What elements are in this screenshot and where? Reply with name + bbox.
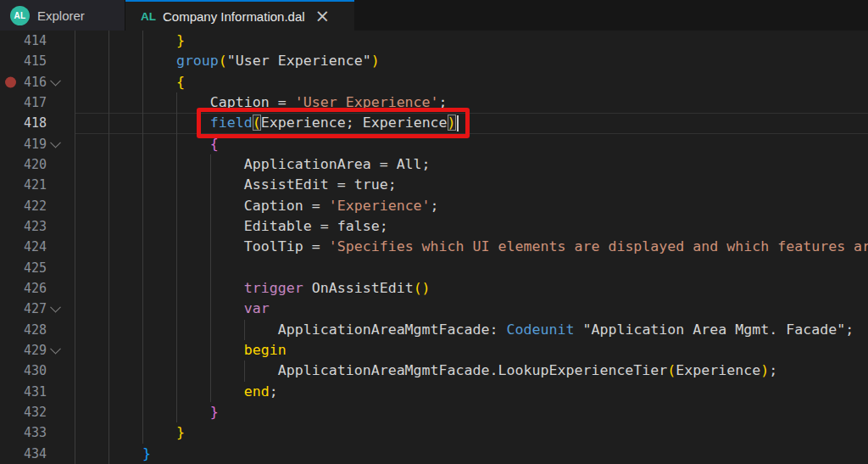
- code-line-429: 429 begin: [0, 340, 868, 361]
- code-content[interactable]: }: [75, 31, 868, 51]
- code-text: field(Experience; Experience): [75, 113, 459, 133]
- code-line-424: 424 ToolTip = 'Specifies which UI elemen…: [0, 237, 868, 257]
- code-content[interactable]: end;: [75, 382, 868, 402]
- line-number: 424: [0, 237, 47, 257]
- code-content[interactable]: AssistEdit = true;: [75, 175, 868, 195]
- code-content[interactable]: ToolTip = 'Specifies which UI elements a…: [75, 237, 868, 257]
- gutter-line-432[interactable]: 432: [0, 402, 75, 422]
- gutter-line-425[interactable]: 425: [0, 258, 75, 278]
- code-content[interactable]: begin: [75, 340, 868, 361]
- code-line-418: 418 field(Experience; Experience): [0, 113, 868, 133]
- gutter-line-424[interactable]: 424: [0, 237, 75, 257]
- code-line-426: 426 trigger OnAssistEdit(): [0, 278, 868, 299]
- fold-chevron-icon[interactable]: [50, 75, 61, 87]
- gutter-line-428[interactable]: 428: [0, 320, 75, 340]
- code-line-417: 417 Caption = 'User Experience';: [0, 92, 868, 113]
- gutter-line-420[interactable]: 420: [0, 154, 75, 175]
- code-content[interactable]: {: [75, 134, 868, 154]
- tab-strip: [354, 0, 868, 31]
- code-content[interactable]: ApplicationAreaMgmtFacade.LookupExperien…: [75, 361, 868, 381]
- gutter-line-416[interactable]: 416: [0, 72, 75, 92]
- code-text: ApplicationArea = All;: [75, 154, 431, 175]
- code-line-425: 425: [0, 258, 868, 278]
- gutter-line-427[interactable]: 427: [0, 299, 75, 319]
- fold-chevron-icon[interactable]: [50, 344, 61, 355]
- code-content[interactable]: {: [75, 72, 868, 92]
- code-text: {: [75, 72, 185, 92]
- code-text: begin: [75, 340, 287, 361]
- line-number: 432: [0, 402, 47, 422]
- gutter-line-419[interactable]: 419: [0, 134, 75, 154]
- code-text: AssistEdit = true;: [75, 175, 397, 195]
- code-line-423: 423 Editable = false;: [0, 216, 868, 237]
- line-number: 414: [0, 31, 47, 51]
- code-content[interactable]: trigger OnAssistEdit(): [75, 278, 868, 299]
- vscode-window: AL Explorer AL Company Information.dal ×…: [0, 0, 868, 464]
- gutter-line-421[interactable]: 421: [0, 175, 75, 195]
- line-number: 427: [0, 299, 47, 319]
- gutter-line-418[interactable]: 418: [0, 113, 75, 133]
- gutter-line-414[interactable]: 414: [0, 31, 75, 51]
- code-content[interactable]: Caption = 'User Experience';: [75, 92, 868, 113]
- line-number: 417: [0, 92, 47, 113]
- code-text: }: [75, 402, 219, 422]
- gutter-line-417[interactable]: 417: [0, 92, 75, 113]
- bracket-match: ): [448, 115, 456, 131]
- line-number: 429: [0, 340, 47, 361]
- code-content[interactable]: }: [75, 422, 868, 443]
- gutter-line-422[interactable]: 422: [0, 196, 75, 216]
- gutter-line-431[interactable]: 431: [0, 382, 75, 402]
- line-number: 423: [0, 216, 47, 237]
- code-text: trigger OnAssistEdit(): [75, 278, 431, 299]
- code-editor[interactable]: 414 }415 group("User Experience")416 {41…: [0, 31, 868, 464]
- gutter-line-430[interactable]: 430: [0, 361, 75, 381]
- code-text: Caption = 'User Experience';: [75, 92, 448, 113]
- code-content[interactable]: var: [75, 299, 868, 319]
- line-number: 433: [0, 422, 47, 443]
- code-line-415: 415 group("User Experience"): [0, 51, 868, 71]
- code-line-422: 422 Caption = 'Experience';: [0, 196, 868, 216]
- line-number: 425: [0, 258, 47, 278]
- fold-chevron-icon[interactable]: [50, 302, 61, 313]
- code-content[interactable]: ApplicationAreaMgmtFacade: Codeunit "App…: [75, 320, 868, 340]
- line-number: 422: [0, 196, 47, 216]
- code-line-416: 416 {: [0, 72, 868, 92]
- fold-chevron-icon[interactable]: [50, 137, 61, 148]
- line-number: 419: [0, 134, 47, 154]
- code-text: ApplicationAreaMgmtFacade: Codeunit "App…: [75, 320, 854, 340]
- gutter-line-426[interactable]: 426: [0, 278, 75, 299]
- al-file-icon: AL: [141, 10, 156, 23]
- line-number: 426: [0, 278, 47, 299]
- code-text: Editable = false;: [75, 216, 388, 237]
- code-content[interactable]: Editable = false;: [75, 216, 868, 237]
- tab-company-information[interactable]: AL Company Information.dal ×: [125, 0, 354, 31]
- code-content[interactable]: field(Experience; Experience): [75, 113, 868, 133]
- code-line-432: 432 }: [0, 402, 868, 422]
- code-line-430: 430 ApplicationAreaMgmtFacade.LookupExpe…: [0, 361, 868, 381]
- gutter-line-429[interactable]: 429: [0, 340, 75, 361]
- close-icon[interactable]: ×: [315, 8, 331, 25]
- code-text: }: [75, 444, 151, 464]
- indent-guide: [75, 258, 75, 278]
- line-number: 415: [0, 51, 47, 71]
- explorer-pane[interactable]: AL Explorer: [0, 0, 125, 31]
- code-content[interactable]: }: [75, 402, 868, 422]
- code-line-433: 433 }: [0, 422, 868, 443]
- code-content[interactable]: group("User Experience"): [75, 51, 868, 71]
- line-number: 418: [0, 113, 47, 133]
- code-line-419: 419 {: [0, 134, 868, 154]
- line-number: 420: [0, 154, 47, 175]
- code-content[interactable]: ApplicationArea = All;: [75, 154, 868, 175]
- code-line-421: 421 AssistEdit = true;: [0, 175, 868, 195]
- code-text: var: [75, 299, 270, 319]
- gutter-line-434[interactable]: 434: [0, 444, 75, 464]
- al-extension-icon: AL: [10, 6, 30, 25]
- line-number: 434: [0, 444, 47, 464]
- code-content[interactable]: [75, 258, 868, 278]
- code-text: end;: [75, 382, 278, 402]
- code-content[interactable]: Caption = 'Experience';: [75, 196, 868, 216]
- code-content[interactable]: }: [75, 444, 868, 464]
- gutter-line-415[interactable]: 415: [0, 51, 75, 71]
- gutter-line-433[interactable]: 433: [0, 422, 75, 443]
- gutter-line-423[interactable]: 423: [0, 216, 75, 237]
